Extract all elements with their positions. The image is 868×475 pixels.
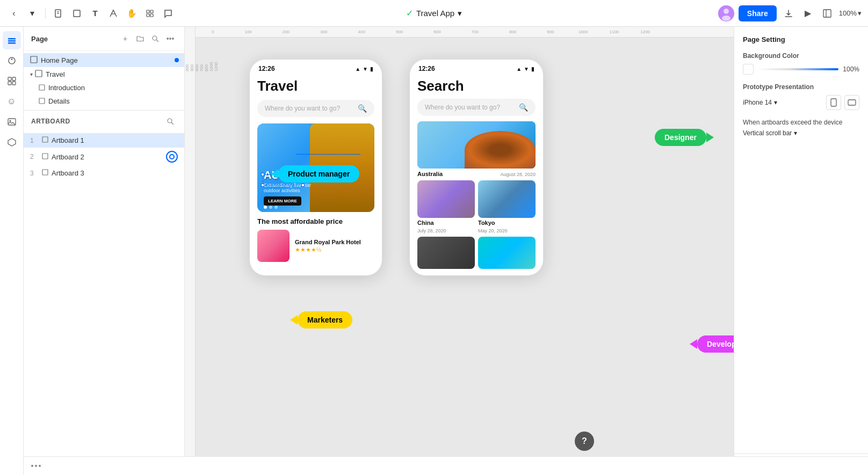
- phone1-status-bar: 12:26 ▲ ▼ ▮: [250, 60, 382, 75]
- bottom-dot-2: [35, 465, 37, 467]
- artboard-name-3: Artboard 3: [52, 169, 178, 177]
- phone1-time: 12:26: [258, 65, 275, 72]
- portrait-icon[interactable]: [826, 95, 841, 110]
- svg-rect-30: [39, 98, 45, 104]
- page-icon-travel: [35, 70, 42, 78]
- sidebar-item-shapes[interactable]: [3, 52, 21, 70]
- check-icon: ✓: [406, 8, 413, 18]
- dot-1: [264, 206, 267, 209]
- svg-rect-13: [823, 10, 831, 17]
- page-label-home: Home Page: [41, 56, 175, 64]
- exceed-select[interactable]: Vertical scroll bar ▾: [743, 129, 859, 137]
- svg-point-11: [722, 16, 730, 21]
- hero-learn-more-button[interactable]: LEARN MORE: [264, 196, 301, 206]
- hotel-info: Grand Royal Park Hotel ★★★★½: [295, 239, 374, 253]
- phone2-search-icon: 🔍: [519, 103, 528, 112]
- toolbar-left: ‹ ▾ T ✋: [6, 6, 714, 21]
- expand-arrow: ▾: [30, 71, 33, 77]
- prototype-section: iPhone 14 ▾: [743, 95, 859, 110]
- frame-icon[interactable]: [69, 6, 84, 21]
- sidebar-item-assets[interactable]: [3, 72, 21, 90]
- svg-rect-34: [42, 154, 48, 159]
- signal-icon: ▲: [355, 66, 360, 72]
- hand-icon[interactable]: ✋: [124, 6, 139, 21]
- svg-rect-3: [74, 10, 80, 17]
- dropdown-button[interactable]: ▾: [25, 6, 40, 21]
- artboard-icon-1: [42, 136, 48, 144]
- hotel-name: Grand Royal Park Hotel: [295, 239, 374, 245]
- text-icon[interactable]: T: [88, 6, 103, 21]
- phone1-search-icon: 🔍: [358, 104, 367, 113]
- more-pages-icon[interactable]: •••: [164, 32, 177, 45]
- page-item-travel[interactable]: ▾ Travel: [24, 67, 184, 81]
- phone1-status-icons: ▲ ▼ ▮: [355, 66, 373, 72]
- svg-rect-36: [831, 99, 836, 106]
- share-button[interactable]: Share: [739, 5, 777, 21]
- svg-rect-33: [42, 137, 48, 142]
- bg-slider[interactable]: [758, 68, 838, 70]
- search-grid2: [417, 237, 536, 269]
- page-item-details[interactable]: Details: [24, 94, 184, 108]
- ruler-horizontal: 0 100 200 300 400 500 600 700 800 900 10…: [185, 27, 734, 38]
- phone1-search-bar[interactable]: Where do you want to go? 🔍: [257, 100, 374, 117]
- exceed-option: Vertical scroll bar: [743, 129, 792, 137]
- bg-color-swatch[interactable]: [743, 64, 754, 75]
- add-page-icon[interactable]: +: [119, 32, 132, 45]
- artboard-name-1: Artboard 1: [52, 136, 178, 144]
- project-name: Travel App: [416, 9, 454, 18]
- search-artboard-icon[interactable]: [164, 115, 177, 128]
- marketers-annotation: Marketers: [290, 311, 352, 328]
- help-button[interactable]: ?: [575, 432, 594, 451]
- search-pages-icon[interactable]: [149, 32, 162, 45]
- phone2-time: 12:26: [418, 65, 435, 72]
- svg-rect-6: [150, 10, 153, 13]
- svg-rect-37: [848, 100, 856, 105]
- svg-point-24: [9, 120, 11, 122]
- developers-arrow: [690, 339, 697, 349]
- svg-rect-17: [8, 42, 16, 44]
- artboard-icon-3: [42, 169, 48, 177]
- sidebar-item-emoji[interactable]: ☺: [3, 92, 21, 111]
- path-icon[interactable]: [106, 6, 121, 21]
- landscape-icon[interactable]: [844, 95, 859, 110]
- designer-annotation: Designer: [655, 129, 714, 146]
- project-title[interactable]: Travel App ▾: [416, 9, 462, 18]
- file-icon[interactable]: [51, 6, 66, 21]
- sidebar-item-layers[interactable]: [3, 31, 21, 49]
- bottom-dots: [31, 465, 41, 467]
- result-date-australia: August 28, 2020: [500, 172, 536, 177]
- play-icon[interactable]: ▶: [800, 6, 815, 21]
- battery-icon: ▮: [370, 66, 373, 72]
- phone1-section-title: The most affordable price: [257, 217, 374, 225]
- zoom-indicator[interactable]: 100% ▾: [839, 9, 862, 17]
- layout-icon[interactable]: [820, 6, 835, 21]
- exceed-label: When artboards exceed the device: [743, 119, 859, 126]
- prototype-label: Prototype Presentation: [743, 83, 859, 91]
- artboard-title: Artboard: [31, 118, 70, 125]
- download-icon[interactable]: [781, 6, 796, 21]
- page-item-home[interactable]: Home Page: [24, 53, 184, 67]
- active-dot: [175, 58, 179, 62]
- device-select[interactable]: iPhone 14 ▾: [743, 99, 777, 106]
- main-layout: ☺ Page + •••: [0, 27, 868, 475]
- artboard-badge-2: [166, 151, 178, 163]
- page-item-introduction[interactable]: Introduction: [24, 81, 184, 94]
- artboard-item-2[interactable]: 2 Artboard 2: [24, 148, 184, 166]
- artboard-item-3[interactable]: 3 Artboard 3: [24, 166, 184, 180]
- phone1-search-placeholder: Where do you want to go?: [265, 105, 340, 112]
- right-panel: Page Setting Background Color 100% Proto…: [734, 27, 868, 475]
- grid-icon[interactable]: [142, 6, 157, 21]
- comment-icon[interactable]: [161, 6, 176, 21]
- phone2-search-bar[interactable]: Where do you want to go? 🔍: [417, 99, 536, 116]
- folder-icon[interactable]: [134, 32, 147, 45]
- page-icon-home: [30, 56, 38, 64]
- result-item-australia: Australia August 28, 2020: [417, 171, 536, 177]
- artboard-item-1[interactable]: 1 Artboard 1: [24, 133, 184, 148]
- pages-tree: Home Page ▾ Travel Introduction: [24, 51, 184, 110]
- sidebar-item-image[interactable]: [3, 113, 21, 131]
- developers-annotation: Developers: [690, 335, 734, 353]
- back-button[interactable]: ‹: [6, 6, 21, 21]
- sidebar-item-components[interactable]: [3, 133, 21, 151]
- svg-rect-35: [42, 170, 48, 175]
- designer-arrow: [706, 133, 714, 142]
